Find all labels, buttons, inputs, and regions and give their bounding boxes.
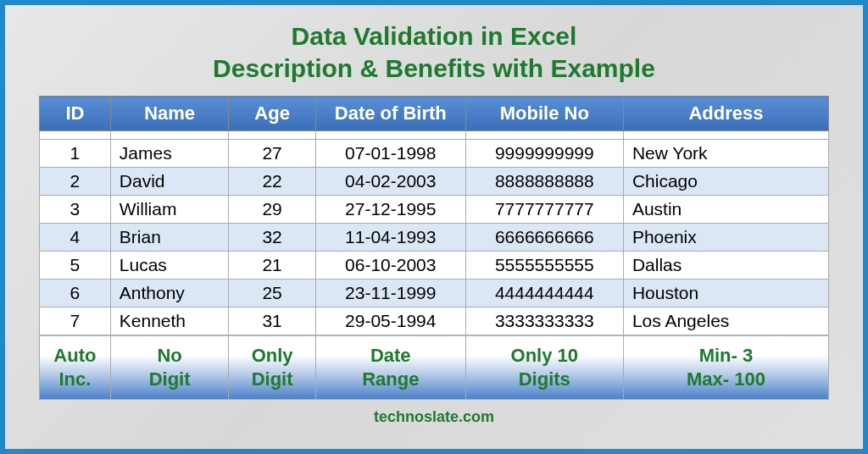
page-title: Data Validation in Excel Description & B… xyxy=(213,20,655,84)
cell-age: 21 xyxy=(229,252,315,280)
validation-name: NoDigit xyxy=(110,335,229,400)
table-row: 3William2927-12-19957777777777Austin xyxy=(40,196,829,224)
cell-name: William xyxy=(110,196,229,224)
header-row: ID Name Age Date of Birth Mobile No Addr… xyxy=(40,97,829,131)
validation-id: AutoInc. xyxy=(40,335,111,400)
cell-dob: 07-01-1998 xyxy=(315,140,465,168)
header-id: ID xyxy=(40,97,111,131)
title-line-2: Description & Benefits with Example xyxy=(213,53,655,85)
cell-name: James xyxy=(110,140,229,168)
cell-mobile: 3333333333 xyxy=(465,307,623,335)
table-row: 6Anthony2523-11-19994444444444Houston xyxy=(40,280,829,307)
cell-address: Chicago xyxy=(623,168,828,196)
data-table: ID Name Age Date of Birth Mobile No Addr… xyxy=(39,96,829,400)
cell-age: 32 xyxy=(229,224,315,252)
cell-name: Brian xyxy=(110,224,229,252)
cell-age: 27 xyxy=(229,140,315,168)
cell-name: Kenneth xyxy=(110,307,229,335)
cell-address: Houston xyxy=(623,280,828,307)
header-mobile: Mobile No xyxy=(465,97,623,131)
title-line-1: Data Validation in Excel xyxy=(213,20,655,53)
cell-mobile: 7777777777 xyxy=(465,196,623,224)
cell-age: 25 xyxy=(229,280,315,307)
cell-mobile: 6666666666 xyxy=(465,224,623,252)
cell-mobile: 8888888888 xyxy=(465,168,623,196)
cell-name: David xyxy=(110,168,229,196)
cell-mobile: 4444444444 xyxy=(465,280,623,307)
cell-id: 1 xyxy=(40,140,111,168)
cell-dob: 11-04-1993 xyxy=(315,224,465,252)
cell-age: 31 xyxy=(229,307,315,335)
cell-id: 3 xyxy=(40,196,111,224)
cell-address: Austin xyxy=(623,196,828,224)
cell-address: Los Angeles xyxy=(623,307,828,335)
cell-dob: 23-11-1999 xyxy=(315,280,465,307)
site-credit: technoslate.com xyxy=(374,408,494,426)
cell-id: 6 xyxy=(40,280,111,307)
table-row: 2David2204-02-20038888888888Chicago xyxy=(40,168,829,196)
cell-address: Phoenix xyxy=(623,224,828,252)
header-address: Address xyxy=(623,97,828,131)
cell-dob: 04-02-2003 xyxy=(315,168,465,196)
cell-mobile: 9999999999 xyxy=(465,140,623,168)
cell-id: 4 xyxy=(40,224,111,252)
cell-id: 5 xyxy=(40,252,111,280)
table-row: 7Kenneth3129-05-19943333333333Los Angele… xyxy=(40,307,829,335)
cell-name: Lucas xyxy=(110,252,229,280)
spacer-row xyxy=(40,131,829,140)
cell-address: Dallas xyxy=(623,252,828,280)
cell-dob: 29-05-1994 xyxy=(315,307,465,335)
cell-address: New York xyxy=(623,140,828,168)
header-name: Name xyxy=(110,97,229,131)
cell-name: Anthony xyxy=(110,280,229,307)
table-row: 1James2707-01-19989999999999New York xyxy=(40,140,829,168)
cell-dob: 06-10-2003 xyxy=(315,252,465,280)
validation-dob: DateRange xyxy=(315,335,465,400)
header-age: Age xyxy=(229,97,315,131)
validation-address: Min- 3Max- 100 xyxy=(623,335,828,400)
validation-age: OnlyDigit xyxy=(229,335,315,400)
header-dob: Date of Birth xyxy=(315,97,465,131)
table-row: 4Brian3211-04-19936666666666Phoenix xyxy=(40,224,829,252)
validation-mobile: Only 10Digits xyxy=(465,335,623,400)
table-row: 5Lucas2106-10-20035555555555Dallas xyxy=(40,252,829,280)
cell-dob: 27-12-1995 xyxy=(315,196,465,224)
cell-age: 22 xyxy=(229,168,315,196)
cell-id: 7 xyxy=(40,307,111,335)
cell-mobile: 5555555555 xyxy=(465,252,623,280)
cell-age: 29 xyxy=(229,196,315,224)
validation-row: AutoInc. NoDigit OnlyDigit DateRange Onl… xyxy=(40,335,829,400)
cell-id: 2 xyxy=(40,168,111,196)
